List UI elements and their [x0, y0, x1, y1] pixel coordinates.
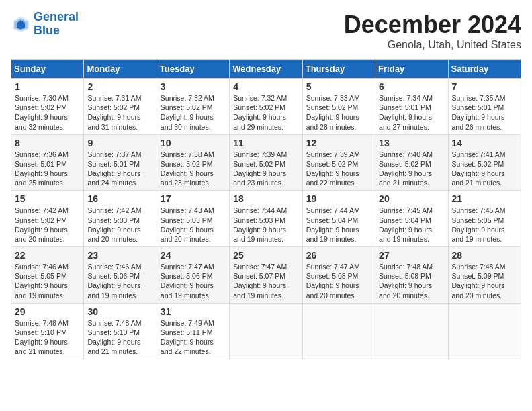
day-number: 1	[15, 81, 80, 92]
calendar-cell: 19Sunrise: 7:44 AM Sunset: 5:04 PM Dayli…	[302, 191, 375, 247]
day-number: 13	[379, 138, 444, 148]
day-number: 26	[306, 250, 371, 261]
day-number: 12	[306, 138, 371, 148]
day-number: 22	[15, 250, 80, 261]
logo: General Blue	[11, 11, 79, 38]
day-info: Sunrise: 7:35 AM Sunset: 5:01 PM Dayligh…	[452, 93, 517, 132]
calendar-cell: 5Sunrise: 7:33 AM Sunset: 5:02 PM Daylig…	[302, 79, 375, 135]
day-number: 20	[379, 193, 444, 204]
day-info: Sunrise: 7:39 AM Sunset: 5:02 PM Dayligh…	[233, 150, 298, 188]
page-header: General Blue December 2024 Genola, Utah,…	[11, 11, 521, 51]
calendar-cell: 13Sunrise: 7:40 AM Sunset: 5:02 PM Dayli…	[375, 134, 448, 191]
calendar-cell	[302, 303, 375, 359]
day-number: 8	[15, 138, 80, 148]
logo-line1: General	[34, 10, 79, 24]
calendar-cell: 22Sunrise: 7:46 AM Sunset: 5:05 PM Dayli…	[11, 247, 84, 304]
weekday-header: Sunday	[11, 60, 84, 79]
day-info: Sunrise: 7:44 AM Sunset: 5:03 PM Dayligh…	[233, 205, 298, 244]
day-number: 10	[161, 138, 226, 148]
calendar-week-row: 22Sunrise: 7:46 AM Sunset: 5:05 PM Dayli…	[11, 247, 521, 304]
calendar-cell: 16Sunrise: 7:42 AM Sunset: 5:03 PM Dayli…	[84, 191, 157, 247]
logo-text: General Blue	[34, 11, 79, 38]
day-number: 5	[306, 81, 371, 92]
calendar-week-row: 29Sunrise: 7:48 AM Sunset: 5:10 PM Dayli…	[11, 303, 521, 359]
day-number: 9	[87, 138, 152, 148]
day-info: Sunrise: 7:36 AM Sunset: 5:01 PM Dayligh…	[15, 150, 80, 188]
calendar-cell: 31Sunrise: 7:49 AM Sunset: 5:11 PM Dayli…	[157, 303, 229, 359]
calendar-table: SundayMondayTuesdayWednesdayThursdayFrid…	[11, 59, 521, 359]
day-number: 29	[15, 306, 80, 317]
day-number: 7	[452, 81, 517, 92]
day-info: Sunrise: 7:33 AM Sunset: 5:02 PM Dayligh…	[306, 93, 371, 132]
day-number: 16	[87, 193, 152, 204]
day-number: 14	[452, 138, 517, 148]
day-info: Sunrise: 7:47 AM Sunset: 5:08 PM Dayligh…	[306, 262, 371, 300]
day-info: Sunrise: 7:34 AM Sunset: 5:01 PM Dayligh…	[379, 93, 444, 132]
calendar-week-row: 8Sunrise: 7:36 AM Sunset: 5:01 PM Daylig…	[11, 134, 521, 191]
day-number: 4	[233, 81, 298, 92]
day-info: Sunrise: 7:42 AM Sunset: 5:02 PM Dayligh…	[15, 205, 80, 244]
day-number: 21	[452, 193, 517, 204]
calendar-cell: 1Sunrise: 7:30 AM Sunset: 5:02 PM Daylig…	[11, 79, 84, 135]
day-info: Sunrise: 7:49 AM Sunset: 5:11 PM Dayligh…	[161, 318, 226, 357]
calendar-cell: 18Sunrise: 7:44 AM Sunset: 5:03 PM Dayli…	[230, 191, 302, 247]
calendar-cell	[375, 303, 448, 359]
month-title: December 2024	[344, 11, 521, 39]
calendar-cell: 15Sunrise: 7:42 AM Sunset: 5:02 PM Dayli…	[11, 191, 84, 247]
day-number: 17	[161, 193, 226, 204]
weekday-header: Thursday	[302, 60, 375, 79]
location: Genola, Utah, United States	[344, 39, 521, 51]
day-number: 6	[379, 81, 444, 92]
day-number: 19	[306, 193, 371, 204]
day-number: 23	[87, 250, 152, 261]
day-number: 27	[379, 250, 444, 261]
calendar-cell	[230, 303, 302, 359]
logo-icon	[11, 14, 31, 34]
day-info: Sunrise: 7:39 AM Sunset: 5:02 PM Dayligh…	[306, 150, 371, 188]
day-info: Sunrise: 7:30 AM Sunset: 5:02 PM Dayligh…	[15, 93, 80, 132]
day-info: Sunrise: 7:38 AM Sunset: 5:02 PM Dayligh…	[161, 150, 226, 188]
calendar-cell: 2Sunrise: 7:31 AM Sunset: 5:02 PM Daylig…	[84, 79, 157, 135]
title-block: December 2024 Genola, Utah, United State…	[344, 11, 521, 51]
day-number: 18	[233, 193, 298, 204]
day-info: Sunrise: 7:37 AM Sunset: 5:01 PM Dayligh…	[87, 150, 152, 188]
calendar-week-row: 15Sunrise: 7:42 AM Sunset: 5:02 PM Dayli…	[11, 191, 521, 247]
day-number: 3	[161, 81, 226, 92]
day-info: Sunrise: 7:48 AM Sunset: 5:10 PM Dayligh…	[87, 318, 152, 357]
weekday-header: Wednesday	[230, 60, 302, 79]
calendar-cell: 14Sunrise: 7:41 AM Sunset: 5:02 PM Dayli…	[448, 134, 521, 191]
calendar-cell: 30Sunrise: 7:48 AM Sunset: 5:10 PM Dayli…	[84, 303, 157, 359]
calendar-header-row: SundayMondayTuesdayWednesdayThursdayFrid…	[11, 60, 521, 79]
calendar-cell: 8Sunrise: 7:36 AM Sunset: 5:01 PM Daylig…	[11, 134, 84, 191]
day-info: Sunrise: 7:32 AM Sunset: 5:02 PM Dayligh…	[161, 93, 226, 132]
day-number: 28	[452, 250, 517, 261]
calendar-cell: 20Sunrise: 7:45 AM Sunset: 5:04 PM Dayli…	[375, 191, 448, 247]
day-number: 24	[161, 250, 226, 261]
day-number: 15	[15, 193, 80, 204]
day-info: Sunrise: 7:32 AM Sunset: 5:02 PM Dayligh…	[233, 93, 298, 132]
day-info: Sunrise: 7:31 AM Sunset: 5:02 PM Dayligh…	[87, 93, 152, 132]
day-number: 31	[161, 306, 226, 317]
calendar-cell: 26Sunrise: 7:47 AM Sunset: 5:08 PM Dayli…	[302, 247, 375, 304]
calendar-cell: 4Sunrise: 7:32 AM Sunset: 5:02 PM Daylig…	[230, 79, 302, 135]
calendar-cell: 25Sunrise: 7:47 AM Sunset: 5:07 PM Dayli…	[230, 247, 302, 304]
calendar-cell: 10Sunrise: 7:38 AM Sunset: 5:02 PM Dayli…	[157, 134, 229, 191]
day-info: Sunrise: 7:48 AM Sunset: 5:08 PM Dayligh…	[379, 262, 444, 300]
day-info: Sunrise: 7:45 AM Sunset: 5:05 PM Dayligh…	[452, 205, 517, 244]
day-number: 11	[233, 138, 298, 148]
day-number: 30	[87, 306, 152, 317]
calendar-cell: 6Sunrise: 7:34 AM Sunset: 5:01 PM Daylig…	[375, 79, 448, 135]
calendar-cell: 23Sunrise: 7:46 AM Sunset: 5:06 PM Dayli…	[84, 247, 157, 304]
weekday-header: Saturday	[448, 60, 521, 79]
day-number: 2	[87, 81, 152, 92]
day-info: Sunrise: 7:47 AM Sunset: 5:06 PM Dayligh…	[161, 262, 226, 300]
calendar-cell: 9Sunrise: 7:37 AM Sunset: 5:01 PM Daylig…	[84, 134, 157, 191]
calendar-cell	[448, 303, 521, 359]
day-info: Sunrise: 7:42 AM Sunset: 5:03 PM Dayligh…	[87, 205, 152, 244]
calendar-cell: 17Sunrise: 7:43 AM Sunset: 5:03 PM Dayli…	[157, 191, 229, 247]
day-info: Sunrise: 7:47 AM Sunset: 5:07 PM Dayligh…	[233, 262, 298, 300]
calendar-cell: 29Sunrise: 7:48 AM Sunset: 5:10 PM Dayli…	[11, 303, 84, 359]
calendar-cell: 27Sunrise: 7:48 AM Sunset: 5:08 PM Dayli…	[375, 247, 448, 304]
calendar-cell: 28Sunrise: 7:48 AM Sunset: 5:09 PM Dayli…	[448, 247, 521, 304]
calendar-cell: 11Sunrise: 7:39 AM Sunset: 5:02 PM Dayli…	[230, 134, 302, 191]
